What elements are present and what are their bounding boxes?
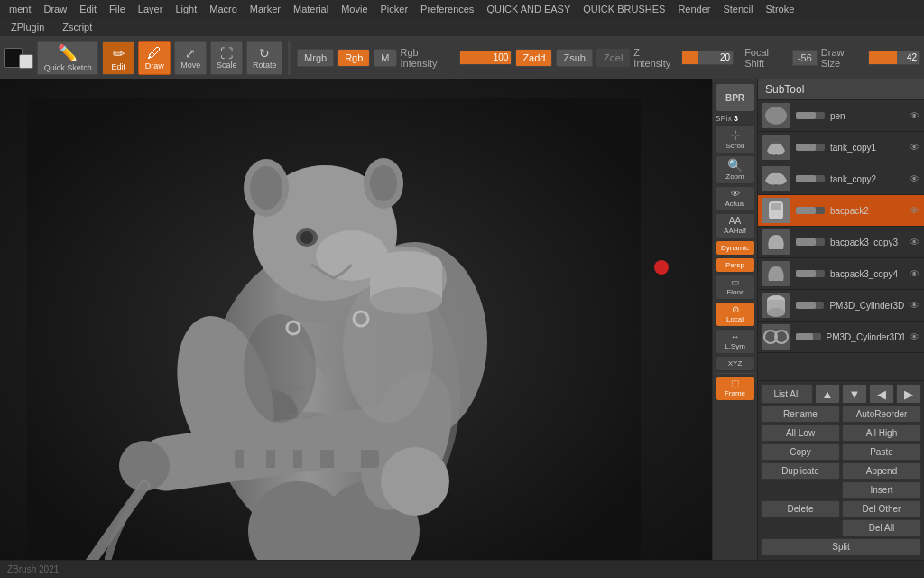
all-high-button[interactable]: All High [842, 424, 921, 442]
draw-button[interactable]: 🖊 Draw [138, 41, 171, 75]
menu-item-file[interactable]: File [104, 2, 131, 16]
subtool-eye-cylinder3d1[interactable]: 👁 [910, 331, 920, 343]
subtool-eye-tank-copy2[interactable]: 👁 [908, 172, 920, 185]
zsub-toggle[interactable]: Zsub [556, 49, 592, 67]
zplugin-button[interactable]: ZPlugin [4, 20, 51, 34]
all-low-button[interactable]: All Low [761, 424, 840, 442]
paste-button[interactable]: Paste [842, 443, 921, 461]
local-button[interactable]: ⊙ Local [716, 302, 755, 327]
svg-point-16 [250, 166, 282, 210]
menu-item-render[interactable]: Render [672, 2, 716, 16]
arrow-down[interactable]: ▼ [842, 384, 867, 404]
menu-item-movie[interactable]: Movie [336, 2, 373, 16]
dynamic-button[interactable]: Dynamic [716, 240, 755, 256]
subtool-eye-bacpack2[interactable]: 👁 [908, 204, 920, 217]
subtool-slider-bacpack2[interactable] [796, 207, 825, 214]
viewport[interactable] [0, 79, 712, 560]
subtool-header: SubTool [758, 79, 924, 100]
m-toggle[interactable]: M [374, 49, 396, 67]
zscript-button[interactable]: Zscript [55, 20, 99, 34]
scale-button[interactable]: ⛶ Scale [210, 41, 243, 75]
subtool-item-bacpack3-copy3[interactable]: bacpack3_copy3 👁 [758, 227, 924, 258]
split-button[interactable]: Split [761, 538, 921, 555]
svg-rect-24 [302, 445, 320, 471]
menu-item-stencil[interactable]: Stencil [717, 2, 758, 16]
auto-reorder-button[interactable]: AutoReorder [842, 406, 921, 423]
menu-item-edit[interactable]: Edit [74, 2, 102, 16]
quick-sketch-button[interactable]: ✏️ Quick Sketch [37, 41, 98, 75]
menu-item-qae[interactable]: QUICK AND EASY [481, 2, 576, 16]
rgb-intensity-slider[interactable]: 100 [459, 51, 512, 65]
subtool-eye-tank-copy1[interactable]: 👁 [908, 141, 920, 154]
subtool-item-bacpack2[interactable]: bacpack2 👁 [758, 195, 924, 227]
subtool-slider-cylinder3d1[interactable] [796, 333, 821, 340]
mrgb-toggle[interactable]: Mrgb [297, 49, 334, 67]
scroll-button[interactable]: ⊹ Scroll [716, 125, 755, 154]
xyz-button[interactable]: XYZ [716, 356, 755, 371]
append-button[interactable]: Append [842, 462, 921, 480]
subtool-slider-tank-copy2[interactable] [796, 175, 825, 182]
del-other-button[interactable]: Del Other [842, 500, 921, 517]
alllow-row: All Low All High [761, 424, 921, 442]
menu-item-stroke[interactable]: Stroke [760, 2, 799, 16]
rename-button[interactable]: Rename [761, 406, 840, 423]
subtool-item-tank-copy2[interactable]: tank_copy2 👁 [758, 163, 924, 195]
rotate-button[interactable]: ↻ Rotate [246, 41, 282, 75]
subtool-slider-pen[interactable] [796, 112, 825, 119]
zdel-toggle[interactable]: Zdel [596, 49, 630, 67]
menu-item-preferences[interactable]: Preferences [415, 2, 479, 16]
color-swatch-white[interactable] [19, 54, 33, 69]
menu-item-marker[interactable]: Marker [245, 2, 286, 16]
menu-item-material[interactable]: Material [288, 2, 334, 16]
actual-button[interactable]: 👁 Actual [716, 186, 755, 211]
subtool-item-tank-copy1[interactable]: tank_copy1 👁 [758, 132, 924, 163]
subtool-item-cylinder3d[interactable]: PM3D_Cylinder3D 👁 [758, 290, 924, 322]
floor-button[interactable]: ▭ Floor [716, 275, 755, 300]
duplicate-button[interactable]: Duplicate [761, 462, 840, 480]
subtool-eye-bacpack3-copy4[interactable]: 👁 [908, 267, 920, 280]
edit-button[interactable]: ✏ Edit [102, 41, 134, 75]
frame-button[interactable]: ⬚ Frame [716, 376, 755, 401]
subtool-eye-bacpack3-copy3[interactable]: 👁 [908, 236, 920, 248]
lsym-button[interactable]: ↔ L.Sym [716, 329, 755, 354]
arrow-left[interactable]: ◀ [869, 384, 894, 404]
subtool-slider-tank-copy1[interactable] [796, 144, 825, 151]
menu-item-layer[interactable]: Layer [133, 2, 169, 16]
menu-item-picker[interactable]: Picker [375, 2, 414, 16]
focal-shift-value[interactable]: -56 [792, 50, 818, 66]
move-button[interactable]: ⤢ Move [174, 41, 207, 75]
del-all-button[interactable]: Del All [842, 519, 921, 536]
subtool-thumb-bacpack2 [762, 198, 790, 223]
arrow-right[interactable]: ▶ [896, 384, 921, 404]
subtool-item-pen[interactable]: pen 👁 [758, 100, 924, 132]
focal-shift-group: Focal Shift -56 [744, 47, 818, 69]
list-all-button[interactable]: List All [761, 384, 813, 404]
subtool-slider-bacpack3-copy4[interactable] [796, 270, 825, 277]
menu-item-light[interactable]: Light [170, 2, 202, 16]
arrow-up[interactable]: ▲ [815, 384, 840, 404]
zoom-button[interactable]: 🔍 Zoom [716, 155, 755, 184]
zadd-toggle[interactable]: Zadd [515, 49, 552, 67]
rgb-toggle[interactable]: Rgb [337, 49, 370, 67]
persp-button[interactable]: Persp [716, 257, 755, 273]
subtool-slider-bacpack3-copy3[interactable] [796, 238, 825, 246]
subtool-item-cylinder3d1[interactable]: PM3D_Cylinder3D1 👁 [758, 322, 924, 353]
bpr-button[interactable]: BPR [716, 83, 755, 112]
subtool-eye-pen[interactable]: 👁 [908, 109, 920, 122]
subtool-eye-cylinder3d[interactable]: 👁 [908, 299, 920, 312]
draw-size-slider[interactable]: 42 [868, 51, 920, 65]
menu-item-draw[interactable]: Draw [38, 2, 72, 16]
delete-button[interactable]: Delete [761, 500, 840, 517]
aahalf-button[interactable]: AA AAHalf [716, 213, 755, 238]
menu-item-macro[interactable]: Macro [204, 2, 243, 16]
subtool-slider-cylinder3d[interactable] [796, 302, 824, 309]
svg-point-26 [244, 314, 316, 423]
insert-button[interactable]: Insert [842, 481, 921, 499]
svg-point-11 [381, 447, 449, 516]
menu-item-ment[interactable]: ment [4, 2, 36, 16]
z-intensity-slider[interactable]: 20 [681, 51, 734, 65]
menu-item-qb[interactable]: QUICK BRUSHES [578, 2, 670, 16]
subtool-item-bacpack3-copy4[interactable]: bacpack3_copy4 👁 [758, 258, 924, 290]
copy-button[interactable]: Copy [761, 443, 840, 461]
svg-point-33 [765, 107, 787, 125]
